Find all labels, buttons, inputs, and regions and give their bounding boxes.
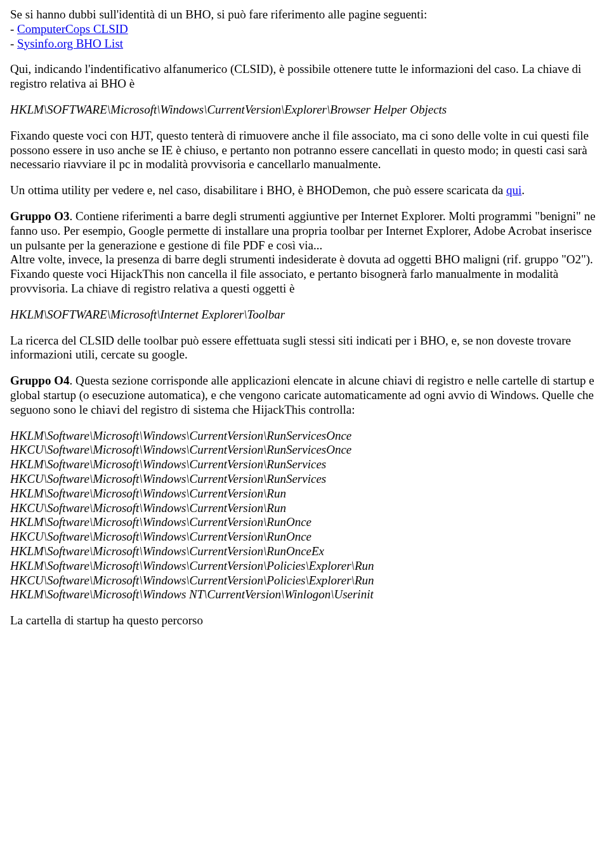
registry-path-item: HKCU\Software\Microsoft\Windows\CurrentV… [10,530,599,544]
registry-path-item: HKLM\Software\Microsoft\Windows\CurrentV… [10,457,599,472]
registry-path-item: HKCU\Software\Microsoft\Windows\CurrentV… [10,501,599,516]
text: . Contiene riferimenti a barre degli str… [10,209,596,252]
text: Altre volte, invece, la presenza di barr… [10,253,593,295]
text: Un ottima utility per vedere e, nel caso… [10,183,506,197]
registry-path-item: HKCU\Software\Microsoft\Windows\CurrentV… [10,443,599,457]
link-qui[interactable]: qui [506,183,521,197]
registry-path-bho: HKLM\SOFTWARE\Microsoft\Windows\CurrentV… [10,103,599,117]
registry-path-item: HKLM\Software\Microsoft\Windows\CurrentV… [10,487,599,501]
registry-path-item: HKLM\Software\Microsoft\Windows NT\Curre… [10,588,599,602]
label-gruppo-o3: Gruppo O3 [10,209,69,223]
paragraph-bhodemon: Un ottima utility per vedere e, nel caso… [10,183,599,198]
paragraph-bho-intro: Se si hanno dubbi sull'identità di un BH… [10,8,599,51]
registry-list: HKLM\Software\Microsoft\Windows\CurrentV… [10,429,599,603]
paragraph-clsid-info: Qui, indicando l'indentificativo alfanum… [10,62,599,91]
paragraph-gruppo-o4: Gruppo O4. Questa sezione corrisponde al… [10,374,599,417]
registry-path-item: HKCU\Software\Microsoft\Windows\CurrentV… [10,574,599,588]
link-computercops[interactable]: ComputerCops CLSID [17,22,128,36]
text: Se si hanno dubbi sull'identità di un BH… [10,8,427,21]
paragraph-startup-folder: La cartella di startup ha questo percors… [10,614,599,628]
registry-path-toolbar: HKLM\SOFTWARE\Microsoft\Internet Explore… [10,308,599,322]
paragraph-clsid-search: La ricerca del CLSID delle toolbar può e… [10,334,599,363]
paragraph-gruppo-o3: Gruppo O3. Contiene riferimenti a barre … [10,209,599,296]
registry-path-item: HKLM\Software\Microsoft\Windows\CurrentV… [10,515,599,530]
text: - [10,37,17,50]
registry-path-item: HKLM\Software\Microsoft\Windows\CurrentV… [10,429,599,444]
link-sysinfo[interactable]: Sysinfo.org BHO List [17,37,123,50]
text: - [10,22,17,36]
registry-path-item: HKLM\Software\Microsoft\Windows\CurrentV… [10,544,599,559]
label-gruppo-o4: Gruppo O4 [10,374,69,387]
text: . Questa sezione corrisponde alle applic… [10,374,594,416]
registry-path-item: HKCU\Software\Microsoft\Windows\CurrentV… [10,472,599,487]
paragraph-fix-hjt: Fixando queste voci con HJT, questo tent… [10,129,599,172]
registry-path-item: HKLM\Software\Microsoft\Windows\CurrentV… [10,559,599,574]
text: . [521,183,525,197]
